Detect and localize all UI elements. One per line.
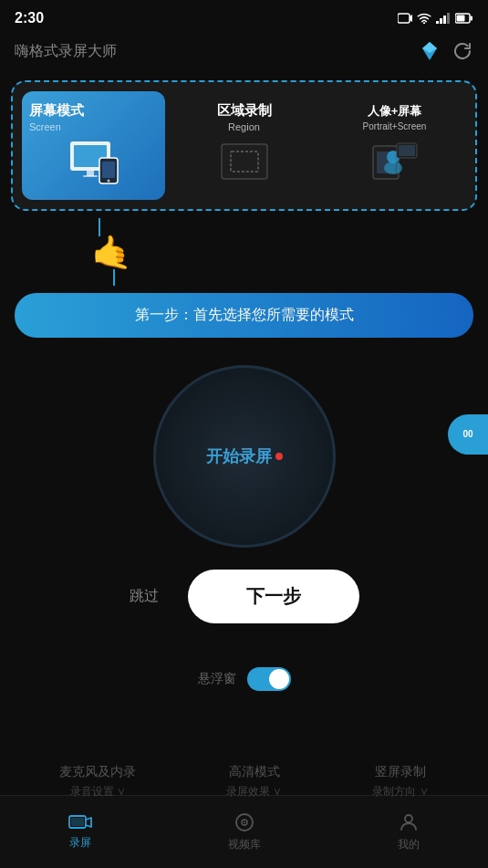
tooltip-bubble: 第一步：首先选择您所需要的模式: [15, 293, 473, 338]
svg-rect-5: [447, 13, 450, 24]
svg-rect-18: [222, 144, 267, 179]
next-button[interactable]: 下一步: [188, 570, 359, 623]
bottom-option-portrait[interactable]: 竖屏录制 录制方向 ∨: [372, 764, 428, 800]
portrait-mode-icon: [368, 139, 422, 184]
status-bar: 2:30: [0, 0, 488, 33]
floating-window-toggle[interactable]: [247, 667, 291, 691]
nav-label-record: 录屏: [69, 835, 91, 851]
hand-pointer-icon: 🤙: [91, 236, 132, 269]
main-content: 开始录屏 跳过 下一步 悬浮窗: [0, 365, 488, 691]
bottom-option-portrait-title: 竖屏录制: [375, 764, 426, 780]
record-nav-icon: [68, 813, 92, 831]
svg-rect-2: [436, 21, 439, 24]
mode-label-portrait-en: Portrait+Screen: [363, 121, 427, 131]
refresh-icon[interactable]: [452, 40, 473, 62]
mode-item-region[interactable]: 区域录制 Region: [172, 91, 316, 200]
bottom-option-hd[interactable]: 高清模式 录屏效果 ∨: [226, 764, 282, 800]
svg-point-32: [405, 815, 412, 822]
nav-bar: 录屏 视频库 我的: [0, 795, 488, 868]
battery-icon: [455, 13, 473, 24]
svg-rect-7: [471, 16, 473, 21]
status-icons: [398, 13, 473, 24]
screen-mode-icon: [67, 140, 121, 185]
floating-section: 悬浮窗: [198, 667, 291, 691]
svg-point-17: [107, 180, 109, 183]
svg-rect-16: [102, 162, 115, 178]
diamond-icon[interactable]: [419, 40, 441, 62]
nav-item-profile[interactable]: 我的: [398, 811, 420, 852]
signal-icon: [436, 13, 451, 24]
skip-button[interactable]: 跳过: [130, 587, 159, 606]
bottom-option-mic-title: 麦克风及内录: [59, 764, 136, 780]
nav-label-profile: 我的: [398, 837, 420, 852]
start-record-text: 开始录屏: [206, 445, 272, 467]
profile-nav-icon: [398, 811, 420, 833]
nav-label-video-library: 视频库: [228, 837, 261, 852]
mode-selector: 屏幕模式 Screen 区域录制 Re: [22, 91, 466, 200]
mode-label-screen-en: Screen: [29, 121, 61, 132]
record-indicator-dot: [275, 453, 283, 460]
app-title: 嗨格式录屏大师: [15, 42, 117, 61]
svg-rect-4: [443, 16, 446, 24]
bottom-option-mic[interactable]: 麦克风及内录 录音设置 ∨: [59, 764, 136, 800]
bottom-option-portrait-sub: 录制方向 ∨: [372, 784, 428, 800]
svg-rect-8: [457, 16, 465, 22]
floating-circle-label: 00: [462, 429, 472, 439]
toggle-thumb: [269, 669, 289, 689]
bottom-option-hd-title: 高清模式: [229, 764, 280, 780]
bottom-option-mic-sub: 录音设置 ∨: [70, 784, 126, 800]
bottom-option-hd-sub: 录屏效果 ∨: [226, 784, 282, 800]
svg-rect-0: [398, 14, 410, 23]
action-row: 跳过 下一步: [130, 570, 359, 623]
status-time: 2:30: [15, 10, 44, 26]
svg-point-31: [244, 821, 245, 823]
svg-rect-26: [399, 145, 415, 156]
camera-status-icon: [398, 13, 412, 24]
mode-label-screen-cn: 屏幕模式: [29, 102, 84, 120]
svg-point-24: [384, 162, 402, 174]
region-mode-icon: [217, 140, 272, 185]
video-library-nav-icon: [234, 811, 255, 833]
svg-point-1: [423, 22, 425, 24]
header-icons[interactable]: [419, 40, 473, 62]
start-record-circle[interactable]: 开始录屏: [153, 365, 336, 548]
tooltip-text: 第一步：首先选择您所需要的模式: [135, 307, 354, 322]
mode-selector-container: 屏幕模式 Screen 区域录制 Re: [11, 80, 477, 211]
svg-rect-3: [440, 18, 442, 24]
floating-window-label: 悬浮窗: [198, 671, 236, 687]
nav-item-record[interactable]: 录屏: [68, 813, 92, 851]
svg-rect-28: [71, 818, 84, 826]
mode-label-region-en: Region: [228, 121, 260, 132]
app-header: 嗨格式录屏大师: [0, 33, 488, 73]
mode-label-portrait-cn: 人像+屏幕: [368, 103, 422, 120]
wifi-icon: [417, 13, 431, 24]
svg-rect-14: [83, 175, 98, 177]
mode-item-screen[interactable]: 屏幕模式 Screen: [22, 91, 165, 200]
bottom-options: 麦克风及内录 录音设置 ∨ 高清模式 录屏效果 ∨ 竖屏录制 录制方向 ∨: [0, 764, 488, 800]
mode-item-portrait[interactable]: 人像+屏幕 Portrait+Screen: [323, 92, 466, 199]
mode-label-region-cn: 区域录制: [217, 102, 272, 120]
floating-circle-button[interactable]: 00: [448, 414, 488, 455]
nav-item-video-library[interactable]: 视频库: [228, 811, 261, 852]
connector-line-bottom: [113, 269, 115, 286]
